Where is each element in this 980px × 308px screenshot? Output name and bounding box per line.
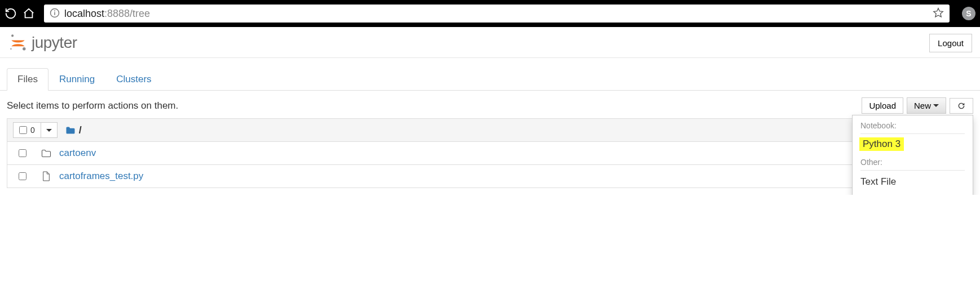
row-checkbox[interactable] (19, 149, 27, 157)
breadcrumb[interactable]: / (65, 124, 82, 136)
jupyter-logo[interactable]: jupyter (8, 33, 77, 53)
caret-down-icon (46, 129, 52, 132)
dropdown-item-python3[interactable]: Python 3 (859, 137, 904, 151)
row-checkbox[interactable] (19, 172, 27, 180)
address-bar[interactable]: localhost:8888/tree (44, 5, 950, 23)
select-caret[interactable] (41, 123, 57, 137)
refresh-icon (957, 101, 966, 110)
jupyter-logo-icon (8, 33, 28, 53)
tab-files[interactable]: Files (7, 68, 48, 91)
upload-button[interactable]: Upload (862, 97, 903, 114)
bookmark-star-icon[interactable] (933, 7, 944, 20)
tab-running[interactable]: Running (48, 68, 105, 91)
refresh-button[interactable] (950, 98, 973, 114)
browser-toolbar: localhost:8888/tree S (0, 0, 980, 27)
jupyter-logo-text: jupyter (32, 34, 77, 52)
svg-point-2 (54, 10, 55, 11)
tab-clusters[interactable]: Clusters (105, 68, 162, 91)
actions-row: Select items to perform actions on them.… (0, 91, 980, 118)
folder-icon (41, 149, 51, 158)
dropdown-divider (860, 170, 965, 171)
dropdown-header-notebook: Notebook: (853, 119, 973, 131)
file-list: 0 / ed cartoenv go cartoframes_test.py g… (0, 118, 980, 195)
dropdown-item-folder[interactable]: Folder (853, 191, 973, 195)
info-icon (50, 8, 60, 20)
dropdown-divider (860, 133, 965, 134)
select-count-value: 0 (30, 126, 35, 135)
list-header: 0 / ed (7, 118, 973, 142)
new-button-label: New (914, 101, 931, 110)
new-button[interactable]: New (907, 97, 946, 114)
logout-button[interactable]: Logout (929, 34, 972, 52)
svg-point-3 (11, 34, 14, 37)
list-item[interactable]: cartoenv go (7, 142, 973, 165)
hint-text: Select items to perform actions on them. (7, 100, 178, 111)
list-item[interactable]: cartoframes_test.py go (7, 165, 973, 188)
svg-point-4 (23, 47, 25, 50)
home-icon[interactable] (23, 7, 35, 20)
dropdown-header-other: Other: (853, 155, 973, 168)
dropdown-item-textfile[interactable]: Text File (853, 173, 973, 191)
new-dropdown: Notebook: Python 3 Other: Text File Fold… (852, 115, 973, 195)
file-icon (41, 171, 51, 182)
breadcrumb-root: / (79, 124, 82, 136)
svg-point-5 (10, 48, 12, 50)
select-group[interactable]: 0 (13, 122, 58, 138)
jupyter-header: jupyter Logout (0, 27, 980, 58)
caret-down-icon (933, 104, 939, 107)
select-count[interactable]: 0 (14, 123, 41, 137)
select-all-checkbox[interactable] (19, 126, 27, 134)
row-name[interactable]: cartoenv (59, 148, 96, 159)
reload-icon[interactable] (5, 7, 17, 20)
tabs: Files Running Clusters (0, 68, 980, 91)
folder-icon (65, 126, 76, 135)
row-name[interactable]: cartoframes_test.py (59, 171, 143, 182)
url-text: localhost:8888/tree (64, 8, 150, 20)
extension-icon[interactable]: S (962, 7, 975, 20)
